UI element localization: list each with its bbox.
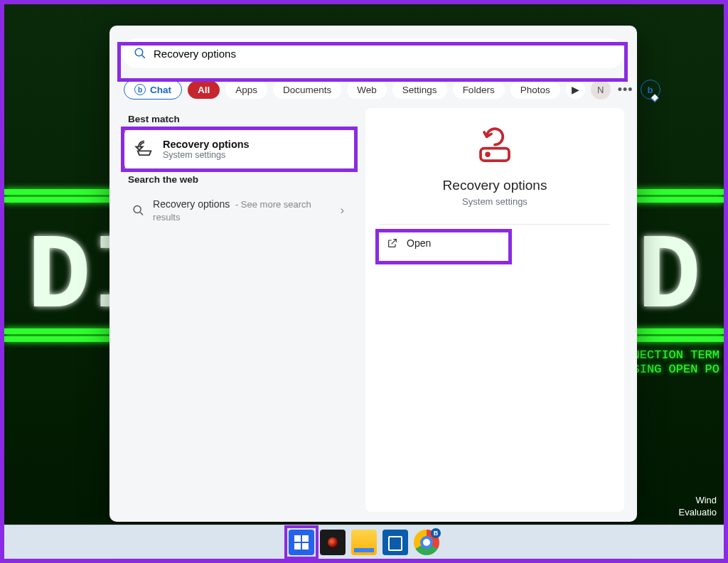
preview-pane: Recovery options System settings Open: [365, 108, 624, 512]
open-external-icon: [387, 237, 398, 249]
bing-icon: [134, 84, 146, 95]
search-icon: [134, 47, 146, 60]
recovery-large-icon: [473, 125, 516, 168]
pill-chat[interactable]: Chat: [124, 80, 182, 100]
preview-subtitle: System settings: [462, 196, 528, 207]
open-label: Open: [407, 237, 431, 249]
divider: [380, 224, 610, 225]
pill-documents[interactable]: Documents: [273, 81, 341, 99]
svg-point-0: [135, 48, 143, 56]
pill-scroll-right[interactable]: ▶: [566, 80, 585, 99]
bing-chat-icon[interactable]: [641, 80, 660, 100]
search-web-label: Search the web: [128, 174, 354, 185]
user-avatar[interactable]: N: [591, 80, 611, 100]
search-bar[interactable]: [122, 38, 624, 68]
wallpaper-text-right: D: [637, 218, 702, 338]
more-options-icon[interactable]: •••: [618, 82, 633, 97]
chevron-right-icon: ›: [341, 204, 344, 217]
svg-point-3: [486, 153, 489, 156]
best-match-title: Recovery options: [163, 139, 250, 150]
preview-title: Recovery options: [443, 178, 547, 193]
web-result-row[interactable]: Recovery options - See more search resul…: [122, 191, 354, 230]
svg-point-1: [134, 206, 141, 213]
taskbar-app-1[interactable]: [320, 530, 346, 555]
pill-photos[interactable]: Photos: [510, 81, 560, 99]
pill-folders[interactable]: Folders: [453, 81, 505, 99]
recovery-icon: [134, 139, 154, 159]
windows-watermark: Wind Evaluatio: [679, 495, 717, 519]
pill-web[interactable]: Web: [347, 81, 387, 99]
best-match-result[interactable]: Recovery options System settings: [122, 130, 354, 168]
best-match-subtitle: System settings: [163, 150, 250, 160]
start-button[interactable]: [289, 530, 314, 555]
taskbar-file-explorer[interactable]: [351, 530, 377, 555]
pill-apps[interactable]: Apps: [225, 81, 267, 99]
search-icon: [132, 204, 144, 217]
pill-all[interactable]: All: [188, 81, 220, 99]
taskbar-chrome[interactable]: B: [414, 530, 439, 555]
open-action[interactable]: Open: [380, 227, 610, 259]
best-match-label: Best match: [128, 114, 354, 124]
taskbar: B: [4, 525, 724, 559]
search-input[interactable]: [154, 48, 613, 60]
pill-settings[interactable]: Settings: [392, 81, 447, 99]
screenshot-frame: DI D CONNECTION TERM CLOSING OPEN PO Win…: [0, 0, 728, 563]
taskbar-microsoft-store[interactable]: [382, 530, 408, 555]
start-search-flyout: Chat All Apps Documents Web Settings Fol…: [109, 26, 637, 522]
chrome-badge: B: [431, 528, 441, 538]
results-column: Best match Recovery options System setti…: [122, 108, 354, 512]
search-filter-pills: Chat All Apps Documents Web Settings Fol…: [122, 80, 624, 100]
web-result-title: Recovery options: [153, 198, 230, 210]
svg-rect-2: [481, 149, 509, 161]
